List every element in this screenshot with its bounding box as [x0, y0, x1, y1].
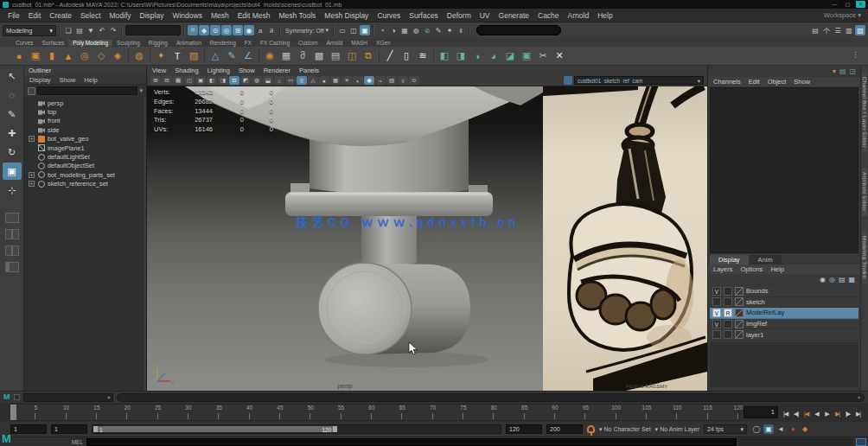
sketch[interactable]: sketch: [710, 297, 858, 309]
camera-attributes-icon[interactable]: ▦: [173, 76, 183, 85]
symmetry-dropdown[interactable]: Symmetry: Off▾: [284, 27, 330, 34]
menu-item[interactable]: Cache: [533, 11, 564, 20]
step-forward-frame-button[interactable]: |▶: [843, 408, 852, 419]
shaded-icon[interactable]: ●: [319, 76, 329, 85]
layer-visibility-toggle[interactable]: [712, 330, 721, 339]
outliner-item[interactable]: persp: [24, 99, 146, 107]
menu-set-dropdown[interactable]: Modeling▾: [3, 25, 56, 36]
separate-icon[interactable]: ◨: [453, 48, 469, 64]
minimize-button[interactable]: —: [830, 1, 839, 8]
divider[interactable]: [121, 25, 123, 36]
range-track[interactable]: 1 120: [92, 424, 501, 434]
construction-history-icon[interactable]: a: [255, 25, 265, 35]
shelf-tab[interactable]: Rendering: [206, 40, 240, 46]
strip-dropdown[interactable]: ▾: [23, 393, 113, 402]
shelf-tab[interactable]: FX: [240, 40, 256, 46]
shadows-icon[interactable]: ◐: [353, 76, 363, 85]
outliner-item[interactable]: + bot_modeling_parts_set: [24, 170, 146, 179]
time-editor-collapsed-bar[interactable]: ▾: [117, 393, 865, 402]
target-weld-icon[interactable]: ✂: [535, 48, 551, 64]
animation-start-field[interactable]: 1: [10, 424, 47, 434]
perspective-viewport[interactable]: ViewShadingLightingShowRendererPanels ⊞⊟…: [147, 66, 707, 391]
pause-icon[interactable]: ‖: [456, 25, 466, 35]
layer-display-type-toggle[interactable]: [724, 287, 732, 296]
menu-item[interactable]: Edit Mesh: [233, 11, 275, 20]
script-editor-icon[interactable]: [856, 438, 866, 446]
current-time-indicator[interactable]: [10, 405, 16, 420]
shelf-tab[interactable]: Custom: [294, 40, 322, 46]
paint-select-tool[interactable]: ✎: [3, 105, 22, 123]
menu-item[interactable]: Arnold: [564, 11, 594, 20]
open-scene-icon[interactable]: ▤: [74, 25, 85, 35]
bookmarks-icon[interactable]: ◫: [184, 76, 195, 85]
new-scene-icon[interactable]: ❏: [63, 25, 73, 35]
menu-item[interactable]: UV: [475, 11, 495, 20]
create-layer-from-selected-icon[interactable]: ▦: [848, 276, 855, 284]
shelf-tab[interactable]: FX Caching: [256, 40, 294, 46]
delete-history-icon[interactable]: ✕: [552, 48, 567, 64]
paint-effects-icon[interactable]: ✎: [433, 25, 444, 35]
menu-item[interactable]: Generate: [495, 11, 533, 20]
menu-item[interactable]: Mesh: [207, 11, 233, 20]
move-tool[interactable]: ✚: [3, 124, 22, 142]
playback-start-field[interactable]: 1: [51, 424, 87, 434]
panel-menu-item[interactable]: Renderer: [264, 67, 290, 75]
snap-to-projected-center-icon[interactable]: ◎: [221, 25, 232, 35]
super-shape-icon[interactable]: ✦: [153, 48, 169, 64]
playback-loop-icon[interactable]: ◯: [751, 424, 762, 434]
multi-cut-icon[interactable]: ╱: [382, 48, 398, 64]
poly-cone-icon[interactable]: ▲: [61, 48, 76, 64]
divider[interactable]: [333, 25, 335, 36]
channel-box-toggle-icon[interactable]: ▨: [855, 25, 865, 35]
undo-icon[interactable]: ↶: [97, 25, 107, 35]
poly-cube-icon[interactable]: ▣: [28, 48, 43, 64]
layer-visibility-toggle[interactable]: V: [712, 287, 721, 296]
channel-box-menu-item[interactable]: Show: [794, 78, 810, 86]
grid-toggle-icon[interactable]: ⊡: [229, 76, 239, 85]
channel-box-menu-item[interactable]: Channels: [713, 78, 741, 86]
rotate-tool[interactable]: ↻: [3, 143, 22, 161]
layer-display-type-toggle[interactable]: [724, 297, 732, 306]
expander-icon[interactable]: +: [29, 181, 35, 187]
sidebar-vertical-tab[interactable]: Attribute Editor: [862, 168, 867, 216]
hypershade-icon[interactable]: ◍: [411, 25, 421, 35]
create-empty-layer-icon[interactable]: ▤: [839, 276, 846, 284]
four-pane-icon[interactable]: ▣: [360, 25, 370, 35]
divider[interactable]: [469, 25, 470, 36]
poly-cylinder-icon[interactable]: ▮: [44, 48, 60, 64]
render-frame-icon[interactable]: ◔: [377, 25, 387, 35]
close-button[interactable]: ✕: [856, 1, 865, 8]
auto-keyframe-icon[interactable]: ●: [788, 424, 798, 434]
layer-color-swatch[interactable]: [735, 309, 744, 317]
menu-item[interactable]: Windows: [168, 11, 206, 20]
poly-disc-icon[interactable]: ◈: [110, 48, 125, 64]
expander-icon[interactable]: +: [29, 172, 35, 178]
quad-draw-icon[interactable]: ▯: [399, 48, 414, 64]
boolean-union-icon[interactable]: ◑: [469, 48, 485, 64]
outliner-item[interactable]: + bot_valve_geo: [24, 135, 146, 143]
ImgRef[interactable]: V ImgRef: [710, 319, 858, 330]
poly-torus-icon[interactable]: ◎: [77, 48, 93, 64]
go-to-start-button[interactable]: |◀: [781, 408, 790, 419]
layer-playback-icon[interactable]: ◎: [829, 276, 835, 284]
mute-icon[interactable]: ◄: [775, 424, 786, 434]
sidebar-vertical-tab[interactable]: Channel Box / Layer Editor: [862, 73, 867, 152]
animation-end-field[interactable]: 200: [546, 424, 583, 434]
textured-icon[interactable]: ▩: [330, 76, 341, 85]
image-plane-icon[interactable]: ▣: [195, 76, 206, 85]
snap-to-point-icon[interactable]: ⊙: [210, 25, 220, 35]
shelf-tab[interactable]: MASH: [347, 40, 372, 46]
command-language-label[interactable]: MEL: [0, 439, 86, 445]
layer-visibility-toggle[interactable]: V: [712, 309, 721, 317]
outliner-item[interactable]: imagePlane1: [24, 143, 146, 152]
resolution-gate-icon[interactable]: ◍: [252, 76, 262, 85]
layer1[interactable]: layer1: [710, 329, 858, 341]
menu-item[interactable]: Edit: [24, 11, 46, 20]
layer-display-type-toggle[interactable]: R: [724, 309, 732, 317]
maximize-button[interactable]: ▢: [843, 1, 852, 8]
outliner-filter-icon[interactable]: [28, 87, 35, 95]
menu-item[interactable]: Help: [593, 11, 616, 20]
character-controls-toggle-icon[interactable]: 个: [821, 25, 832, 35]
shelf-tab[interactable]: Curves: [11, 40, 38, 46]
poly-plane-icon[interactable]: ◇: [93, 48, 109, 64]
